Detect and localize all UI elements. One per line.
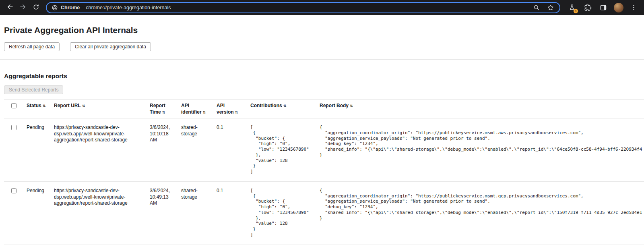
sort-icon: ⇅ xyxy=(82,104,85,108)
report-body-json: { "aggregation_coordinator_origin": "htt… xyxy=(320,124,641,158)
row-checkbox[interactable] xyxy=(11,125,17,130)
report-body-cell: { "aggregation_coordinator_origin": "htt… xyxy=(316,118,644,182)
browser-toolbar: Chrome chrome://private-aggregation-inte… xyxy=(0,0,644,15)
header-label: API version xyxy=(217,103,234,115)
send-selected-reports-button[interactable]: Send Selected Reports xyxy=(4,85,63,94)
page-content: Private Aggregation API Internals Refres… xyxy=(0,15,644,51)
chrome-chip-label: Chrome xyxy=(61,5,80,10)
chrome-logo-icon xyxy=(52,4,58,11)
header-label: Contributions xyxy=(250,103,282,108)
select-all-cell xyxy=(4,100,23,118)
header-report-time[interactable]: Report Time⇅ xyxy=(147,100,178,118)
report-time-cell: 3/6/2024, 10:49:13 AM xyxy=(147,181,178,245)
header-label: API identifier xyxy=(181,103,202,115)
refresh-all-button[interactable]: Refresh all page data xyxy=(4,42,60,51)
api-version-cell: 0.1 xyxy=(213,118,247,182)
url-text: chrome://private-aggregation-internals xyxy=(86,5,528,10)
header-contributions[interactable]: Contributions⇅ xyxy=(247,100,316,118)
sort-icon: ⇅ xyxy=(350,104,353,108)
reload-button[interactable] xyxy=(30,2,42,14)
menu-kebab-icon[interactable] xyxy=(629,3,638,12)
extensions-puzzle-icon[interactable] xyxy=(582,2,593,13)
report-body-cell: { "aggregation_coordinator_origin": "htt… xyxy=(316,181,644,245)
contributions-json: [ { "bucket": { "high": "0", "low": "123… xyxy=(250,188,313,238)
reports-toolbar: Send Selected Reports xyxy=(4,85,644,94)
report-time-cell: 3/6/2024, 10:10:18 AM xyxy=(147,118,178,182)
flask-icon[interactable]: 1 xyxy=(567,2,577,13)
toolbar-right-cluster: 1 xyxy=(566,2,640,13)
contributions-cell: [ { "bucket": { "high": "0", "low": "123… xyxy=(247,181,316,245)
table-row: Pending https://privacy-sandcastle-dev-d… xyxy=(4,118,644,182)
api-identifier-cell: shared-storage xyxy=(178,181,213,245)
api-version-cell: 0.1 xyxy=(213,181,247,245)
report-url-cell: https://privacy-sandcastle-dev-dsp.web.a… xyxy=(51,181,147,245)
header-report-url[interactable]: Report URL⇅ xyxy=(51,100,147,118)
page-actions: Refresh all page data Clear all private … xyxy=(4,42,644,51)
report-body-json: { "aggregation_coordinator_origin": "htt… xyxy=(320,188,641,221)
profile-avatar[interactable] xyxy=(614,3,623,12)
header-status[interactable]: Status⇅ xyxy=(23,100,51,118)
report-url-cell: https://privacy-sandcastle-dev-dsp.web.a… xyxy=(51,118,147,182)
header-api-identifier[interactable]: API identifier⇅ xyxy=(178,100,213,118)
table-header-row: Status⇅ Report URL⇅ Report Time⇅ API ide… xyxy=(4,100,644,118)
api-identifier-cell: shared-storage xyxy=(178,118,213,182)
section-title: Aggregatable reports xyxy=(4,73,644,80)
reports-section: Aggregatable reports Send Selected Repor… xyxy=(0,60,644,245)
status-cell: Pending xyxy=(23,118,51,182)
header-label: Status xyxy=(27,103,41,108)
table-row: Pending https://privacy-sandcastle-dev-d… xyxy=(4,181,644,245)
sort-icon: ⇅ xyxy=(235,110,238,114)
forward-button[interactable] xyxy=(17,2,29,14)
back-arrow-icon xyxy=(6,3,14,12)
contributions-json: [ { "bucket": { "high": "0", "low": "123… xyxy=(250,124,313,174)
sort-icon: ⇅ xyxy=(43,104,46,108)
row-checkbox-cell xyxy=(4,118,23,182)
header-report-body[interactable]: Report Body⇅ xyxy=(316,100,644,118)
header-label: Report Body xyxy=(320,103,349,108)
status-cell: Pending xyxy=(23,181,51,245)
address-bar[interactable]: Chrome chrome://private-aggregation-inte… xyxy=(46,2,560,13)
select-all-checkbox[interactable] xyxy=(11,103,17,108)
contributions-cell: [ { "bucket": { "high": "0", "low": "123… xyxy=(247,118,316,182)
notification-badge: 1 xyxy=(573,8,578,14)
row-checkbox-cell xyxy=(4,181,23,245)
header-api-version[interactable]: API version⇅ xyxy=(213,100,247,118)
reload-icon xyxy=(33,4,39,12)
search-icon[interactable] xyxy=(531,3,541,12)
back-button[interactable] xyxy=(4,2,16,14)
clear-all-button[interactable]: Clear all private aggregation data xyxy=(70,42,151,51)
side-panel-icon[interactable] xyxy=(598,2,609,13)
reports-table: Status⇅ Report URL⇅ Report Time⇅ API ide… xyxy=(4,99,644,245)
sort-icon: ⇅ xyxy=(203,110,206,114)
row-checkbox[interactable] xyxy=(11,188,17,193)
page-title: Private Aggregation API Internals xyxy=(4,25,644,35)
header-label: Report URL xyxy=(54,103,81,108)
bookmark-star-icon[interactable] xyxy=(546,3,555,12)
forward-arrow-icon xyxy=(19,3,27,12)
sort-icon: ⇅ xyxy=(283,104,287,108)
sort-icon: ⇅ xyxy=(162,110,165,114)
